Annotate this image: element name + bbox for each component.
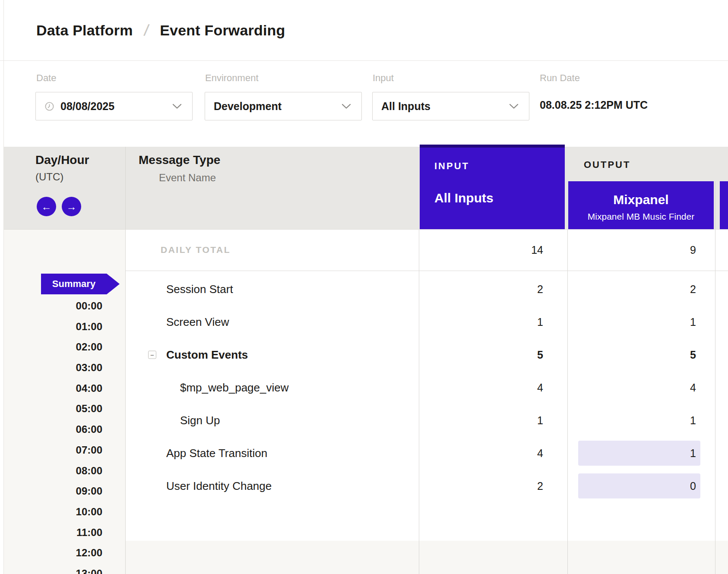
event-forwarding-page: Data Platform / Event Forwarding Date En… <box>0 0 728 574</box>
output-highlight <box>578 473 700 498</box>
input-cell: 2 <box>537 283 543 296</box>
input-dropdown-value: All Inputs <box>381 100 503 113</box>
hour-row-label[interactable]: 03:00 <box>3 357 102 378</box>
run-date-value: 08.08.25 2:12PM UTC <box>540 99 648 111</box>
minus-icon: − <box>150 352 154 358</box>
clock-icon <box>44 101 54 111</box>
day-hour-column-title: Day/Hour <box>35 153 89 167</box>
input-column-name: All Inputs <box>434 191 565 205</box>
table-row-user-identity-change: User Identity Change 2 0 <box>125 470 728 502</box>
daily-total-output-value: 9 <box>690 244 696 256</box>
output-column-subtitle: Mixpanel MB Music Finder <box>568 211 714 222</box>
daily-total-row: DAILY TOTAL 14 9 <box>125 229 728 271</box>
environment-dropdown-value: Development <box>214 100 336 113</box>
header-divider <box>0 60 728 61</box>
input-filter-label: Input <box>373 73 394 84</box>
output-cell: 1 <box>690 316 696 328</box>
arrow-right-icon: → <box>66 201 77 213</box>
table-row-screen-view: Screen View 1 1 <box>125 306 728 338</box>
output-cell: 2 <box>690 283 696 296</box>
input-column-header[interactable]: INPUT All Inputs <box>420 145 565 229</box>
table-row-session-start: Session Start 2 2 <box>125 273 728 306</box>
hour-row-label[interactable]: 12:00 <box>3 542 102 563</box>
output-cell: 1 <box>690 447 696 460</box>
environment-dropdown[interactable]: Development <box>205 92 362 120</box>
output-column-header[interactable]: Mixpanel Mixpanel MB Music Finder <box>568 181 714 229</box>
event-name-column-subtitle: Event Name <box>159 172 216 184</box>
input-cell: 2 <box>537 480 543 492</box>
table-row-custom-events: − Custom Events 5 5 <box>125 338 728 371</box>
hour-row-label[interactable]: 11:00 <box>3 522 102 543</box>
hour-row-label[interactable]: 09:00 <box>3 481 102 501</box>
message-type-column-title: Message Type <box>139 153 220 167</box>
hour-row-label[interactable]: 08:00 <box>3 460 102 481</box>
run-date-label: Run Date <box>540 73 580 84</box>
chevron-down-icon <box>172 104 182 109</box>
output-cell: 5 <box>690 349 696 361</box>
event-name: User Identity Change <box>166 479 272 493</box>
hour-row-label[interactable]: 00:00 <box>3 296 102 316</box>
table-row-mp-web-page-view: $mp_web_page_view 4 4 <box>125 371 728 404</box>
hour-row-label[interactable]: 13:00 <box>3 563 102 574</box>
event-name: $mp_web_page_view <box>180 381 289 394</box>
hours-list: 00:00 01:00 02:00 03:00 04:00 05:00 06:0… <box>3 296 102 574</box>
daily-total-input-value: 14 <box>531 244 543 256</box>
output-cell: 0 <box>690 480 696 492</box>
date-dropdown[interactable]: 08/08/2025 <box>35 92 193 120</box>
input-cell: 1 <box>537 316 543 328</box>
breadcrumb-separator: / <box>143 21 150 40</box>
output-cell: 4 <box>690 382 696 394</box>
hour-row-label[interactable]: 10:00 <box>3 501 102 522</box>
summary-badge-label: Summary <box>52 278 95 290</box>
hour-row-label[interactable]: 06:00 <box>3 419 102 440</box>
page-title: Event Forwarding <box>160 22 285 39</box>
event-name: Session Start <box>166 283 233 296</box>
daily-total-divider <box>125 271 728 271</box>
next-output-column-partial[interactable] <box>720 181 728 229</box>
breadcrumb: Data Platform / Event Forwarding <box>36 0 285 60</box>
event-name: App State Transition <box>166 447 267 460</box>
daily-total-label: DAILY TOTAL <box>161 245 231 255</box>
next-day-button[interactable]: → <box>62 197 81 216</box>
output-section-label: OUTPUT <box>584 159 630 170</box>
environment-filter-label: Environment <box>205 73 259 84</box>
chevron-down-icon <box>509 104 519 109</box>
date-dropdown-value: 08/08/2025 <box>60 100 166 113</box>
output-cell: 1 <box>690 414 696 427</box>
output-highlight <box>578 441 700 466</box>
input-cell: 4 <box>537 447 543 460</box>
summary-row-badge[interactable]: Summary <box>41 274 120 294</box>
event-name: Custom Events <box>166 348 248 362</box>
hour-row-label[interactable]: 02:00 <box>3 337 102 357</box>
input-cell: 1 <box>537 414 543 427</box>
table-footer-background <box>125 541 728 574</box>
event-name: Sign Up <box>180 414 220 427</box>
chevron-down-icon <box>342 104 351 109</box>
table-row-sign-up: Sign Up 1 1 <box>125 404 728 437</box>
hour-row-label[interactable]: 04:00 <box>3 378 102 399</box>
breadcrumb-parent-link[interactable]: Data Platform <box>36 22 133 39</box>
day-hour-column-subtitle: (UTC) <box>35 171 63 183</box>
input-dropdown[interactable]: All Inputs <box>372 92 529 120</box>
input-cell: 4 <box>537 382 543 394</box>
date-filter-label: Date <box>36 73 56 84</box>
arrow-left-icon: ← <box>41 201 52 213</box>
table-row-app-state-transition: App State Transition 4 1 <box>125 437 728 470</box>
hour-row-label[interactable]: 01:00 <box>3 316 102 337</box>
collapse-toggle[interactable]: − <box>148 351 156 359</box>
hour-row-label[interactable]: 05:00 <box>3 398 102 419</box>
event-name: Screen View <box>166 315 229 329</box>
previous-day-button[interactable]: ← <box>37 197 56 216</box>
output-column-name: Mixpanel <box>568 192 714 207</box>
input-section-label: INPUT <box>434 161 565 172</box>
hour-row-label[interactable]: 07:00 <box>3 440 102 460</box>
input-cell: 5 <box>537 349 543 361</box>
